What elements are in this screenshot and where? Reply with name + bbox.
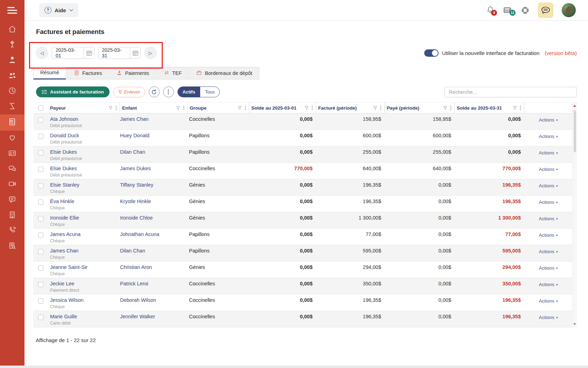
row-checkbox[interactable] (38, 298, 43, 304)
child-link[interactable]: James Dukes (120, 166, 151, 171)
filter-icon[interactable] (304, 106, 309, 110)
row-checkbox[interactable] (38, 216, 43, 221)
actions-dropdown[interactable]: Actions▾ (539, 200, 558, 205)
avatar[interactable] (562, 3, 576, 17)
support-button[interactable] (521, 6, 530, 15)
more-options-button[interactable] (163, 86, 174, 97)
end-date-calendar-button[interactable] (130, 47, 140, 58)
register-button[interactable]: 11 (503, 6, 512, 14)
payer-link[interactable]: Ata Johnson (50, 116, 78, 122)
sidebar-item-messages[interactable] (0, 192, 24, 208)
child-link[interactable]: Dilan Chan (120, 149, 145, 155)
payer-link[interactable]: Elsie Dukes (50, 166, 77, 171)
child-link[interactable]: Huey Donald (120, 133, 149, 138)
notifications-button[interactable]: 4 (486, 6, 495, 15)
sidebar-item-waitlist[interactable] (0, 99, 24, 114)
remove-filter-button[interactable]: Enlever (113, 87, 145, 97)
child-link[interactable]: Deborah Wilson (120, 297, 156, 303)
row-checkbox[interactable] (38, 200, 43, 205)
actions-dropdown[interactable]: Actions▾ (539, 315, 558, 320)
scroll-up-icon[interactable] (573, 105, 576, 107)
row-checkbox[interactable] (38, 117, 43, 123)
actions-dropdown[interactable]: Actions▾ (539, 232, 558, 238)
column-enfant[interactable]: Enfant (122, 105, 137, 111)
payer-link[interactable]: James Chan (50, 248, 78, 254)
tab-tef[interactable]: TEF (157, 67, 189, 79)
child-link[interactable]: Krystle Hinkle (120, 199, 151, 204)
sidebar-item-idcards[interactable] (0, 146, 24, 161)
child-link[interactable]: James Chan (120, 116, 148, 122)
column-facture[interactable]: Facturé (période) (318, 105, 357, 111)
actions-dropdown[interactable]: Actions▾ (539, 134, 558, 139)
child-link[interactable]: Christian Aron (120, 264, 152, 270)
column-menu-icon[interactable] (520, 105, 521, 110)
child-link[interactable]: Johnathan Acuna (120, 231, 159, 237)
filter-icon[interactable] (443, 106, 447, 110)
actions-dropdown[interactable]: Actions▾ (539, 265, 558, 271)
column-menu-icon[interactable] (450, 105, 451, 110)
help-button[interactable]: ? Aide (39, 3, 78, 17)
column-solde-fin[interactable]: Solde au 2025-03-31 (457, 105, 502, 111)
sidebar-item-reports[interactable] (0, 238, 24, 254)
sidebar-item-groups[interactable] (0, 68, 24, 84)
chat-button[interactable] (538, 2, 553, 18)
payer-link[interactable]: Marie Guille (50, 314, 77, 319)
row-checkbox[interactable] (38, 265, 43, 271)
payer-link[interactable]: Elsie Dukes (50, 149, 77, 155)
actions-dropdown[interactable]: Actions▾ (539, 216, 558, 221)
sidebar-item-staff[interactable] (0, 53, 24, 68)
child-link[interactable]: Dilan Chan (120, 248, 145, 254)
scrollbar-thumb[interactable] (574, 110, 576, 152)
actions-dropdown[interactable]: Actions▾ (539, 249, 558, 254)
column-menu-icon[interactable] (380, 105, 382, 110)
previous-period-button[interactable]: ◁ (36, 47, 48, 59)
child-link[interactable]: Tiffany Stanley (120, 182, 153, 188)
actions-dropdown[interactable]: Actions▾ (539, 183, 558, 188)
filter-icon[interactable] (176, 106, 180, 110)
filter-icon[interactable] (238, 106, 242, 110)
child-link[interactable]: Jennifer Walker (120, 314, 155, 319)
next-period-button[interactable]: ▷ (144, 47, 157, 59)
tab-factures[interactable]: Factures (67, 67, 109, 79)
column-solde-debut[interactable]: Solde au 2025-03-01 (251, 105, 296, 111)
row-checkbox[interactable] (38, 167, 43, 172)
payer-link[interactable]: Elsie Stanley (50, 182, 79, 188)
tab-bordereaux-de-d-p-t[interactable]: Bordereaux de dépôt (189, 67, 259, 79)
column-menu-icon[interactable] (115, 105, 117, 110)
sidebar-item-video[interactable] (0, 177, 24, 192)
payer-link[interactable]: Éva Hinkle (50, 199, 74, 204)
filter-icon[interactable] (513, 106, 517, 110)
sidebar-item-children[interactable] (0, 37, 24, 53)
column-payeur[interactable]: Payeur (50, 105, 66, 111)
row-checkbox[interactable] (38, 232, 43, 238)
payer-link[interactable]: Ironside Ellie (50, 215, 79, 221)
start-date-input[interactable]: 2025-03-01 (52, 47, 84, 58)
payer-link[interactable]: James Acuna (50, 231, 80, 237)
row-checkbox[interactable] (38, 134, 43, 139)
tab-r-sum-[interactable]: Résumé (33, 66, 66, 79)
filter-icon[interactable] (108, 106, 113, 110)
column-groupe[interactable]: Groupe (190, 105, 206, 111)
sidebar-item-facility[interactable] (0, 208, 24, 223)
column-menu-icon[interactable] (245, 105, 246, 110)
vertical-scrollbar[interactable] (572, 103, 577, 327)
child-link[interactable]: Patrick Leroi (120, 281, 148, 286)
sidebar-item-home[interactable] (0, 22, 24, 37)
row-checkbox[interactable] (38, 150, 43, 155)
filter-icon[interactable] (373, 106, 377, 110)
actions-dropdown[interactable]: Actions▾ (539, 167, 558, 172)
hamburger-menu-icon[interactable] (7, 7, 17, 14)
actions-dropdown[interactable]: Actions▾ (539, 282, 558, 287)
column-menu-icon[interactable] (312, 105, 313, 110)
tab-paiements[interactable]: Paiements (110, 67, 156, 79)
filter-all-option[interactable]: Tous (200, 87, 219, 97)
refresh-button[interactable] (149, 86, 160, 97)
column-paye[interactable]: Payé (période) (387, 105, 419, 111)
column-menu-icon[interactable] (183, 105, 184, 110)
row-checkbox[interactable] (38, 183, 43, 188)
actions-dropdown[interactable]: Actions▾ (539, 150, 558, 155)
end-date-input[interactable]: 2025-03-31 (98, 47, 130, 58)
payer-link[interactable]: Jeanne Saint-Sir (50, 264, 88, 270)
child-link[interactable]: Ironside Chloe (120, 215, 153, 221)
sidebar-item-invoices[interactable] (0, 114, 24, 131)
